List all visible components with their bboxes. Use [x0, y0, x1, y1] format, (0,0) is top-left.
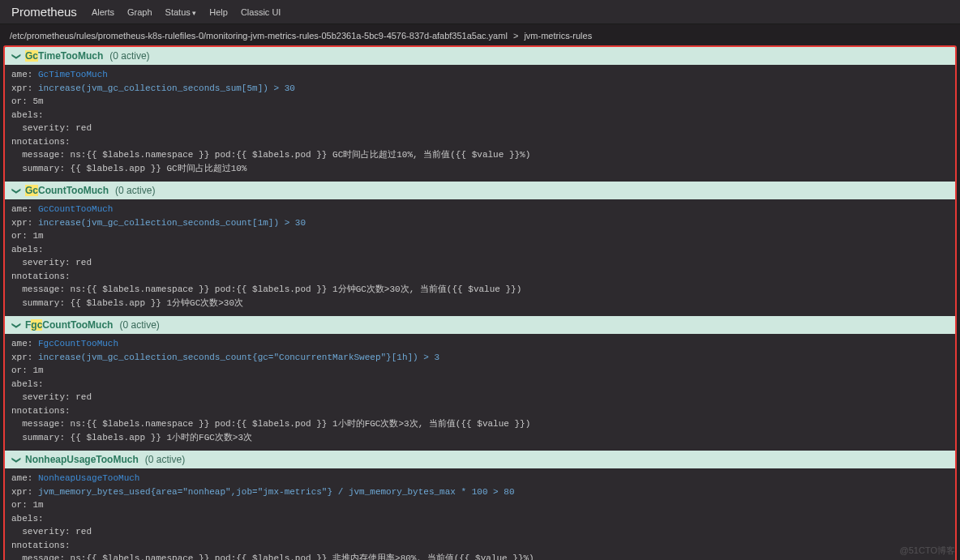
- nav-status[interactable]: Status: [165, 7, 197, 17]
- chevron-right-icon: >: [513, 31, 518, 41]
- rule-body: ame: GcTimeTooMuch xpr: increase(jvm_gc_…: [5, 65, 955, 182]
- nav-classic-ui[interactable]: Classic UI: [241, 7, 281, 17]
- watermark: @51CTO博客: [900, 545, 955, 557]
- active-count: (0 active): [119, 319, 159, 331]
- chevron-down-icon: ❯: [11, 456, 22, 464]
- rule-header[interactable]: ❯GcCountTooMuch(0 active): [5, 182, 955, 199]
- active-count: (0 active): [145, 454, 185, 465]
- rules-highlight-area: ❯GcTimeTooMuch(0 active)ame: GcTimeTooMu…: [3, 45, 957, 560]
- rule-header[interactable]: ❯GcTimeTooMuch(0 active): [5, 47, 955, 65]
- nav-alerts[interactable]: Alerts: [92, 7, 114, 17]
- rule-body: ame: NonheapUsageTooMuch xpr: jvm_memory…: [5, 468, 955, 560]
- nav-help[interactable]: Help: [209, 7, 228, 17]
- rule-yaml: ame: NonheapUsageTooMuch xpr: jvm_memory…: [11, 472, 949, 560]
- active-count: (0 active): [109, 50, 149, 62]
- top-navbar: Prometheus Alerts Graph Status Help Clas…: [0, 0, 960, 24]
- chevron-down-icon: ❯: [11, 187, 22, 195]
- rule-body: ame: GcCountTooMuch xpr: increase(jvm_gc…: [5, 199, 955, 316]
- rule-header[interactable]: ❯FgcCountTooMuch(0 active): [5, 316, 955, 334]
- active-count: (0 active): [115, 185, 155, 196]
- breadcrumb-path[interactable]: /etc/prometheus/rules/prometheus-k8s-rul…: [10, 31, 508, 41]
- rule-body: ame: FgcCountTooMuch xpr: increase(jvm_g…: [5, 334, 955, 451]
- rule-name: GcTimeTooMuch: [25, 50, 103, 62]
- nav-graph[interactable]: Graph: [127, 7, 152, 17]
- breadcrumb-group: jvm-metrics-rules: [524, 31, 592, 41]
- rule-name: NonheapUsageTooMuch: [25, 454, 139, 465]
- page-body: /etc/prometheus/rules/prometheus-k8s-rul…: [0, 24, 960, 560]
- chevron-down-icon: ❯: [11, 53, 22, 60]
- rule-yaml: ame: FgcCountTooMuch xpr: increase(jvm_g…: [11, 337, 949, 444]
- brand-title[interactable]: Prometheus: [11, 5, 77, 19]
- rule-name: GcCountTooMuch: [25, 185, 109, 196]
- rule-yaml: ame: GcCountTooMuch xpr: increase(jvm_gc…: [11, 203, 949, 310]
- chevron-down-icon: ❯: [11, 322, 22, 329]
- breadcrumb: /etc/prometheus/rules/prometheus-k8s-rul…: [3, 28, 957, 45]
- rule-yaml: ame: GcTimeTooMuch xpr: increase(jvm_gc_…: [11, 68, 949, 175]
- rule-header[interactable]: ❯NonheapUsageTooMuch(0 active): [5, 451, 955, 468]
- rule-name: FgcCountTooMuch: [25, 319, 113, 331]
- nav-links: Alerts Graph Status Help Classic UI: [92, 7, 281, 17]
